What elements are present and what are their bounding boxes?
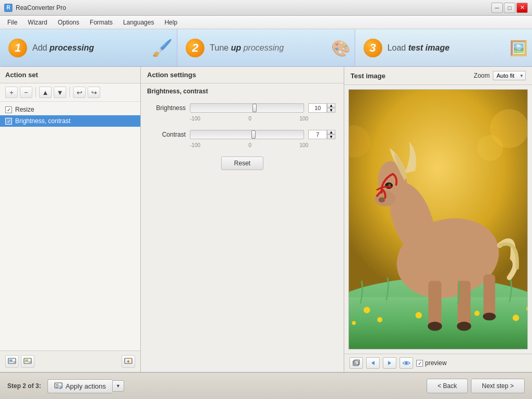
app-icon: R — [4, 4, 13, 12]
contrast-slider-thumb[interactable] — [251, 130, 256, 139]
steps-banner: 1 Add processing 🖌️ 2 Tune up processing… — [0, 29, 532, 67]
svg-point-25 — [513, 315, 519, 321]
redo-button[interactable]: ↪ — [88, 87, 100, 98]
zoom-select-wrapper[interactable]: Auto fit 25% 50% 75% 100% 150% 200% — [493, 71, 526, 80]
horse-image-svg — [349, 90, 527, 349]
footer-icon-1[interactable] — [5, 355, 19, 368]
step-1[interactable]: 1 Add processing 🖌️ — [0, 29, 177, 66]
window-controls: ─ □ ✕ — [491, 3, 528, 13]
svg-rect-17 — [483, 274, 495, 317]
back-button[interactable]: < Back — [427, 379, 468, 393]
action-checkbox-brightness[interactable]: ✓ — [5, 118, 12, 125]
reset-button[interactable]: Reset — [221, 156, 263, 170]
preview-label: preview — [425, 359, 446, 367]
contrast-row: Contrast 7 ▲ ▼ — [149, 130, 335, 139]
step-3-decoration: 🖼️ — [510, 39, 528, 56]
brightness-marks: -100 0 100 — [149, 115, 335, 122]
brightness-spin-buttons: ▲ ▼ — [327, 103, 335, 113]
svg-point-20 — [483, 312, 496, 320]
brightness-section: Brightness 10 ▲ ▼ -10 — [149, 103, 335, 122]
brightness-value[interactable]: 10 — [308, 103, 327, 113]
brightness-slider-container[interactable] — [190, 103, 304, 113]
contrast-marks: -100 0 100 — [149, 141, 335, 148]
eye-button[interactable] — [400, 357, 413, 369]
brightness-spinbox: 10 ▲ ▼ — [308, 103, 335, 113]
action-settings-header: Action settings — [141, 67, 344, 83]
back-arrow-icon — [370, 360, 376, 366]
menu-languages[interactable]: Languages — [119, 17, 158, 28]
step-2[interactable]: 2 Tune up processing 🎨 — [177, 29, 355, 66]
left-panel-footer — [0, 350, 140, 372]
zoom-select[interactable]: Auto fit 25% 50% 75% 100% 150% 200% — [493, 71, 526, 80]
prev-image-button[interactable] — [366, 357, 380, 369]
image-info-button[interactable] — [349, 357, 363, 369]
step-3[interactable]: 3 Load test image 🖼️ — [355, 29, 532, 66]
contrast-spin-buttons: ▲ ▼ — [327, 130, 335, 139]
svg-point-27 — [352, 321, 356, 325]
add-action-button[interactable]: + — [5, 87, 18, 98]
contrast-slider-track[interactable] — [190, 130, 304, 139]
import-icon — [8, 358, 16, 365]
contrast-slider-container[interactable] — [190, 130, 304, 139]
brightness-min-mark: -100 — [190, 116, 200, 122]
svg-point-35 — [405, 362, 408, 365]
next-step-button[interactable]: Next step > — [471, 379, 525, 393]
brightness-slider-thumb[interactable] — [252, 104, 257, 112]
contrast-zero-mark: 0 — [248, 142, 251, 148]
footer-icon-2[interactable] — [21, 355, 34, 368]
svg-marker-34 — [388, 361, 391, 365]
contrast-value[interactable]: 7 — [308, 130, 327, 139]
action-toolbar: + − ▲ ▼ ↩ ↪ — [0, 83, 140, 102]
apply-actions-button[interactable]: Apply actions — [47, 379, 112, 393]
svg-rect-15 — [428, 281, 441, 327]
action-checkbox-resize[interactable]: ✓ — [5, 106, 12, 113]
navigation-buttons: < Back Next step > — [427, 379, 525, 393]
brightness-max-mark: 100 — [299, 116, 308, 122]
contrast-spin-up[interactable]: ▲ — [327, 130, 335, 135]
preview-checkbox[interactable]: ✓ — [416, 360, 423, 367]
step-info: Step 2 of 3: — [7, 382, 41, 390]
svg-point-18 — [428, 322, 442, 331]
menu-bar: File Wizard Options Formats Languages He… — [0, 16, 532, 29]
test-image-header: Test image Zoom Auto fit 25% 50% 75% 100… — [344, 67, 532, 85]
move-up-button[interactable]: ▲ — [39, 87, 52, 98]
minimize-button[interactable]: ─ — [491, 3, 503, 13]
svg-point-19 — [457, 322, 471, 331]
svg-point-24 — [475, 311, 480, 316]
toolbar-separator-1 — [35, 87, 36, 98]
brightness-spin-down[interactable]: ▼ — [327, 108, 335, 113]
right-panel: Test image Zoom Auto fit 25% 50% 75% 100… — [344, 67, 532, 372]
move-down-button[interactable]: ▼ — [54, 87, 66, 98]
menu-file[interactable]: File — [3, 17, 21, 28]
middle-panel: Action settings Brightness, contrast Bri… — [141, 67, 344, 372]
image-preview — [348, 89, 528, 349]
menu-formats[interactable]: Formats — [86, 17, 117, 28]
contrast-spin-down[interactable]: ▼ — [327, 135, 335, 139]
menu-wizard[interactable]: Wizard — [23, 17, 51, 28]
brightness-spin-up[interactable]: ▲ — [327, 103, 335, 108]
next-image-button[interactable] — [383, 357, 396, 369]
apply-actions-label: Apply actions — [66, 382, 106, 390]
contrast-min-mark: -100 — [190, 142, 200, 148]
menu-options[interactable]: Options — [54, 17, 83, 28]
maximize-button[interactable]: □ — [504, 3, 515, 13]
undo-button[interactable]: ↩ — [73, 87, 86, 98]
apply-dropdown: Apply actions ▼ — [47, 379, 124, 393]
action-item-resize[interactable]: ✓ Resize — [0, 104, 140, 115]
remove-action-button[interactable]: − — [20, 87, 32, 98]
action-label-resize: Resize — [15, 106, 34, 113]
preview-check: ✓ preview — [416, 359, 446, 367]
export-icon — [23, 358, 32, 365]
menu-help[interactable]: Help — [160, 17, 182, 28]
brightness-contrast-title: Brightness, contrast — [141, 83, 344, 99]
close-button[interactable]: ✕ — [516, 3, 528, 13]
action-item-brightness[interactable]: ✓ Brightness, contrast — [0, 115, 140, 127]
brightness-slider-track[interactable] — [190, 103, 304, 113]
footer-icon-add[interactable] — [122, 355, 135, 368]
svg-point-22 — [377, 317, 382, 322]
action-set-header: Action set — [0, 67, 140, 83]
footer-icons-left — [5, 355, 34, 368]
contrast-max-mark: 100 — [299, 142, 308, 148]
contrast-section: Contrast 7 ▲ ▼ -100 — [149, 130, 335, 148]
apply-dropdown-button[interactable]: ▼ — [112, 380, 124, 392]
